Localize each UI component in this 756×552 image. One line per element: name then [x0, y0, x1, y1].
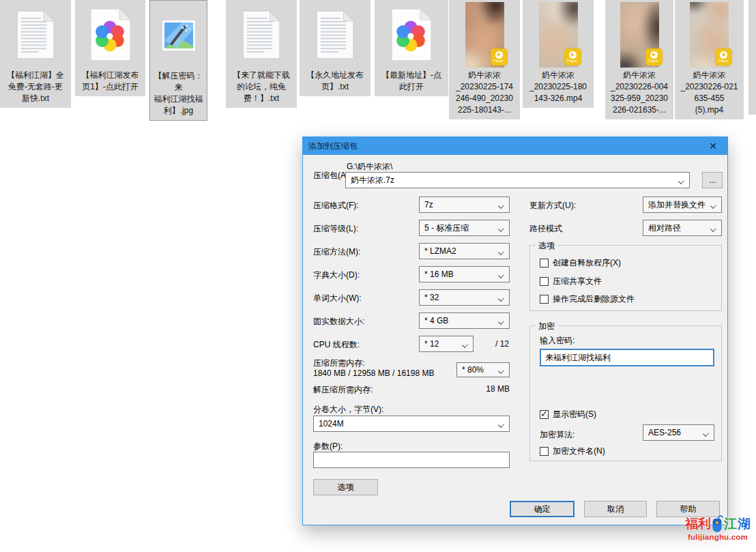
- web-shortcut-icon: [390, 7, 433, 63]
- file-tile[interactable]: Player 奶牛浓浓 _20230226-021 635-455 (5).mp…: [675, 0, 744, 119]
- mouse-icon: [712, 515, 723, 533]
- play-icon: [652, 53, 656, 57]
- memory-compress-label: 压缩所需内存:: [313, 358, 364, 369]
- chevron-down-icon: [498, 295, 504, 302]
- dictionary-combobox[interactable]: * 16 MB: [419, 266, 510, 282]
- close-button[interactable]: ✕: [699, 137, 727, 155]
- chevron-down-icon: [703, 431, 709, 437]
- memory-decompress-value: 18 MB: [419, 384, 510, 394]
- chevron-down-icon: [498, 226, 504, 232]
- archive-name-combobox[interactable]: 奶牛浓浓.7z: [345, 172, 690, 188]
- play-icon: [571, 53, 575, 57]
- file-tile[interactable]: Player 奶牛浓浓 _20230225-180 143-326.mp4: [523, 0, 594, 108]
- word-size-combobox[interactable]: * 32: [419, 289, 510, 306]
- image-file-icon: [162, 20, 196, 51]
- chevron-down-icon: [678, 178, 684, 184]
- file-name: 奶牛浓浓 _20230226-004 325-959_20230 226-021…: [605, 70, 673, 116]
- format-combobox[interactable]: 7z: [419, 197, 510, 213]
- shared-files-checkbox-row[interactable]: 压缩共享文件: [540, 276, 602, 287]
- partial-file-tile: [748, 0, 756, 115]
- checkbox-icon[interactable]: [540, 295, 549, 304]
- chevron-down-icon: [498, 368, 504, 374]
- checkbox-icon[interactable]: [540, 447, 549, 456]
- volume-size-label: 分卷大小，字节(V):: [313, 404, 383, 416]
- solid-block-label: 固实数据大小:: [313, 316, 364, 328]
- file-name: 【永久地址发布 页】.txt: [300, 70, 370, 93]
- file-name: 【解压密码：来 福利江湖找福 利】.jpg: [150, 70, 207, 117]
- file-tile[interactable]: 【福利江湖发布 页1】-点此打开: [75, 0, 145, 96]
- chevron-down-icon: [710, 203, 716, 209]
- ok-button[interactable]: 确定: [510, 501, 575, 517]
- cpu-threads-label: CPU 线程数:: [313, 339, 360, 351]
- file-name: 奶牛浓浓 _20230225-180 143-326.mp4: [523, 70, 594, 104]
- show-password-checkbox-row[interactable]: 显示密码(S): [540, 409, 596, 420]
- chevron-down-icon: [498, 272, 504, 278]
- solid-block-combobox[interactable]: * 4 GB: [419, 313, 510, 329]
- browse-button[interactable]: ...: [702, 172, 723, 188]
- file-tile[interactable]: 【永久地址发布 页】.txt: [300, 0, 370, 96]
- chevron-down-icon: [462, 342, 468, 348]
- video-thumbnail: Player: [690, 2, 729, 68]
- checkbox-icon[interactable]: [540, 410, 549, 419]
- update-mode-combobox[interactable]: 添加并替换文件: [643, 197, 722, 213]
- file-name: 奶牛浓浓 _20230225-174 246-490_20230 225-180…: [449, 70, 520, 116]
- update-mode-label: 更新方式(U):: [529, 200, 576, 212]
- method-label: 压缩方法(M):: [313, 246, 360, 258]
- video-thumbnail: Player: [620, 2, 659, 68]
- memory-percent-combobox[interactable]: * 80%: [456, 362, 510, 377]
- file-name: 【最新地址】-点 此打开: [375, 70, 448, 93]
- cpu-threads-max: / 12: [495, 339, 509, 349]
- video-thumbnail: Player: [539, 2, 578, 68]
- dialog-title: 添加到压缩包: [308, 141, 358, 152]
- watermark-word2: 江: [724, 515, 737, 533]
- dictionary-label: 字典大小(D):: [313, 270, 360, 281]
- volume-size-combobox[interactable]: 1024M: [313, 416, 510, 432]
- close-icon: ✕: [709, 141, 717, 151]
- method-combobox[interactable]: * LZMA2: [419, 243, 510, 259]
- archive-path: G:\奶牛浓浓\: [347, 161, 392, 173]
- checkbox-icon[interactable]: [540, 277, 549, 286]
- file-tile[interactable]: 【来了就能下载 的论坛，纯免 费！】.txt: [226, 0, 297, 108]
- play-icon: [497, 53, 501, 57]
- video-thumbnail: Player: [465, 2, 504, 68]
- chevron-down-icon: [498, 319, 504, 325]
- chevron-down-icon: [498, 203, 504, 209]
- checkbox-icon[interactable]: [540, 259, 549, 267]
- watermark-word3: 湖: [738, 515, 751, 533]
- options-group-legend: 选项: [536, 240, 557, 252]
- format-label: 压缩格式(F):: [313, 200, 359, 212]
- add-to-archive-dialog: 添加到压缩包 ✕ 压缩包(A) G:\奶牛浓浓\ 奶牛浓浓.7z ... 压缩格…: [302, 136, 728, 525]
- encrypt-filenames-checkbox-row[interactable]: 加密文件名(N): [540, 446, 605, 457]
- play-icon: [723, 53, 726, 57]
- archive-label: 压缩包(A): [313, 170, 349, 181]
- file-tile[interactable]: Player 奶牛浓浓 _20230225-174 246-490_20230 …: [449, 0, 520, 119]
- file-tile[interactable]: 【福利江湖】全 免费-无套路-更 新快.txt: [0, 0, 71, 108]
- player-badge-icon: Player: [715, 48, 732, 66]
- password-input[interactable]: [540, 349, 714, 366]
- path-mode-label: 路径模式: [529, 223, 562, 235]
- chevron-down-icon: [498, 249, 504, 255]
- file-tile[interactable]: Player 奶牛浓浓 _20230226-004 325-959_20230 …: [605, 0, 673, 119]
- parameters-label: 参数(P):: [313, 441, 343, 452]
- options-button[interactable]: 选项: [313, 479, 378, 495]
- sfx-checkbox-row[interactable]: 创建自释放程序(X): [540, 257, 621, 269]
- player-badge-icon: Player: [491, 48, 508, 66]
- parameters-input[interactable]: [313, 452, 510, 468]
- password-label: 输入密码:: [540, 335, 575, 347]
- level-combobox[interactable]: 5 - 标准压缩: [419, 220, 510, 236]
- watermark-word1: 福利: [685, 515, 711, 533]
- cancel-button[interactable]: 取消: [584, 501, 647, 517]
- encryption-method-combobox[interactable]: AES-256: [643, 424, 714, 441]
- web-shortcut-icon: [89, 7, 132, 63]
- path-mode-combobox[interactable]: 相对路径: [643, 220, 722, 236]
- file-name: 奶牛浓浓 _20230226-021 635-455 (5).mp4: [675, 70, 744, 116]
- cpu-threads-combobox[interactable]: * 12: [419, 336, 474, 352]
- file-tile[interactable]: 【解压密码：来 福利江湖找福 利】.jpg: [149, 0, 207, 121]
- encryption-group-legend: 加密: [536, 321, 557, 332]
- file-tile[interactable]: 【最新地址】-点 此打开: [375, 0, 448, 96]
- text-file-icon: [242, 10, 282, 61]
- memory-compress-values: 1840 MB / 12958 MB / 16198 MB: [313, 368, 434, 378]
- player-badge-icon: Player: [564, 48, 581, 66]
- delete-after-checkbox-row[interactable]: 操作完成后删除源文件: [540, 293, 635, 305]
- dialog-titlebar[interactable]: 添加到压缩包 ✕: [303, 137, 727, 155]
